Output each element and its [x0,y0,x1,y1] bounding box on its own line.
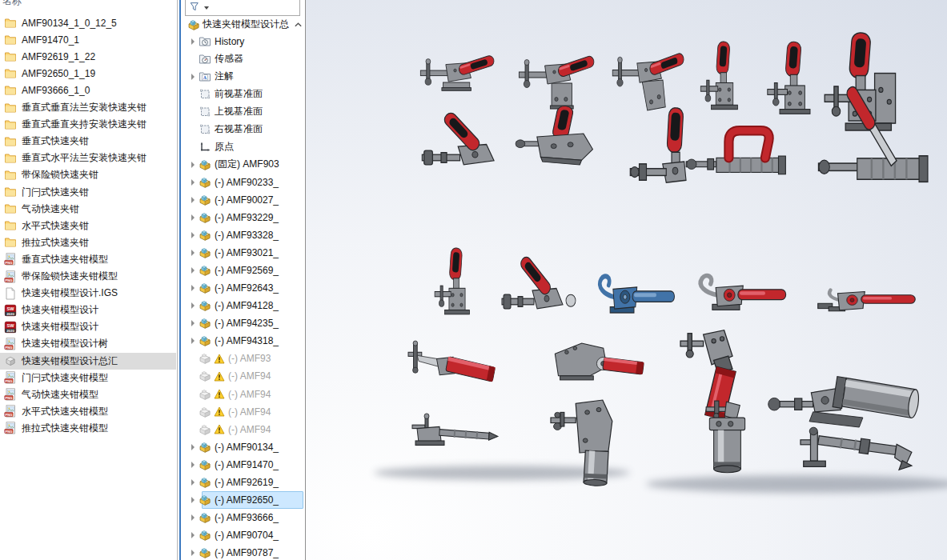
tree-item[interactable]: History [183,33,305,50]
tree-item[interactable]: 上视基准面 [183,103,305,120]
tree-item[interactable]: (固定) AMF903 [183,156,305,173]
file-row[interactable]: PNG推拉式快速夹钳模型 [0,420,176,437]
tree-root-item[interactable]: 快速夹钳模型设计总 [183,16,305,33]
clamp-model-21-smallh[interactable] [412,414,500,450]
clamp-model-18-heavy2[interactable] [548,339,648,384]
tree-item[interactable]: (-) AMF92643_ [183,280,305,297]
expand-arrow[interactable] [191,444,195,450]
file-row[interactable]: AMF91470_1 [0,32,176,49]
tree-item[interactable]: (-) AMF94235_ [183,315,305,332]
clamp-model-14-latch[interactable] [589,267,679,317]
tree-item[interactable]: (-) AMF93021_ [183,245,305,262]
graphics-viewport[interactable] [306,0,947,560]
expand-arrow[interactable] [191,214,195,221]
file-row[interactable]: 垂直式快速夹钳 [0,133,176,150]
file-row[interactable]: PNG水平式快速夹钳模型 [0,403,176,420]
expand-arrow[interactable] [191,462,195,468]
scroll-up-arrow-icon[interactable] [294,21,303,29]
file-row[interactable]: PNG垂直式快速夹钳模型 [0,251,176,268]
tree-item[interactable]: (-) AMF93328_ [183,227,305,244]
file-row[interactable]: PNG快速夹钳模型设计树 [0,335,176,352]
file-row[interactable]: 垂直式垂直法兰安装快速夹钳 [0,99,176,116]
clamp-model-13-pushpull[interactable] [500,256,580,317]
tree-item[interactable]: (-) AMF90134_ [183,438,305,455]
file-row[interactable]: PNG气动快速夹钳模型 [0,386,176,403]
expand-arrow[interactable] [191,285,195,291]
file-row[interactable]: PNG门闩式快速夹钳模型 [0,370,176,386]
file-row[interactable]: 带保险锁快速夹钳 [0,166,176,183]
tree-item[interactable]: (-) AMF91470_ [183,456,305,473]
expand-arrow[interactable] [191,232,195,238]
expand-arrow[interactable] [191,302,195,309]
tree-item[interactable]: (-) AMF93229_ [183,210,305,226]
clamp-model-1-horiz[interactable] [418,48,496,94]
filter-funnel-icon[interactable] [189,1,201,13]
clamp-model-12-vert[interactable] [432,246,482,318]
file-row[interactable]: AMF92650_1_19 [0,66,176,82]
file-row[interactable]: AMF93666_1_0 [0,82,176,99]
clamp-model-23-pneuv[interactable] [704,400,751,475]
file-row[interactable]: 推拉式快速夹钳 [0,234,176,251]
tree-item[interactable]: 传感器 [183,50,305,67]
clamp-model-24-longarm[interactable] [801,426,921,474]
tree-item[interactable]: (-) AMF94318_ [183,333,305,350]
tree-item[interactable]: (-) AMF94 [183,403,305,420]
file-row[interactable]: 垂直式水平法兰安装快速夹钳 [0,150,176,166]
file-row[interactable]: 快速夹钳模型设计.IGS [0,285,176,302]
tree-item[interactable]: (-) AMF94 [183,386,305,402]
expand-arrow[interactable] [191,74,195,80]
tree-item[interactable]: A注解 [183,68,305,85]
clamp-model-20-pneuh[interactable] [767,350,924,427]
expand-arrow[interactable] [191,267,195,274]
clamp-model-7-pushpull[interactable] [420,112,515,173]
expand-arrow[interactable] [191,532,195,538]
tree-item[interactable]: (-) AMF92569_ [183,262,305,279]
tree-item[interactable]: (-) AMF92619_ [183,474,305,490]
tree-item[interactable]: 原点 [183,138,305,155]
filter-dropdown-arrow[interactable] [204,6,209,10]
expand-arrow[interactable] [191,162,195,168]
expand-arrow[interactable] [191,338,195,344]
name-column-header[interactable]: 名称 [2,0,22,8]
tree-item[interactable]: (-) AMF93666_ [183,509,305,526]
file-row[interactable]: AMF92619_1_22 [0,49,176,66]
expand-arrow[interactable] [191,250,195,256]
file-row[interactable]: SW2020快速夹钳模型设计 [0,302,176,318]
file-row-selected[interactable]: 快速夹钳模型设计总汇 [0,353,176,370]
clamp-model-3-horiz[interactable] [610,45,686,112]
clamp-model-22-bigvert[interactable] [551,400,618,488]
file-row[interactable]: 门闩式快速夹钳 [0,184,176,201]
tree-item-selected[interactable]: (-) AMF92650_ [183,491,305,508]
expand-arrow[interactable] [191,479,195,486]
expand-arrow[interactable] [191,38,195,45]
tree-item[interactable]: (-) AMF90233_ [183,174,305,190]
expand-arrow[interactable] [191,550,195,556]
tree-item[interactable]: 右视基准面 [183,121,305,138]
tree-item[interactable]: (-) AMF94 [183,421,305,438]
file-row[interactable]: SW2020快速夹钳模型设计 [0,318,176,335]
clamp-model-8-vise[interactable] [515,106,608,166]
tree-item[interactable]: (-) AMF90704_ [183,526,305,543]
tree-item[interactable]: (-) AMF94128_ [183,298,305,314]
clamp-model-2-horiz[interactable] [516,48,596,112]
clamp-model-10-uhandle[interactable] [684,122,791,176]
clamp-model-17-redarm[interactable] [408,339,498,384]
expand-arrow[interactable] [191,320,195,326]
file-row[interactable]: 水平式快速夹钳 [0,218,176,234]
tree-item[interactable]: (-) AMF90787_ [183,544,305,560]
clamp-model-4-vert[interactable] [698,40,751,114]
expand-arrow[interactable] [191,179,195,186]
file-row[interactable]: PNG带保险锁快速夹钳模型 [0,268,176,285]
expand-arrow[interactable] [191,514,195,521]
file-row[interactable]: AMF90134_1_0_12_5 [0,15,176,32]
tree-item[interactable]: (-) AMF93 [183,350,305,367]
clamp-model-16-latch2[interactable] [813,282,921,315]
tree-item[interactable]: (-) AMF90027_ [183,191,305,208]
clamp-model-11-lever[interactable] [817,86,933,186]
expand-arrow[interactable] [191,197,195,203]
tree-item[interactable]: (-) AMF94 [183,368,305,385]
file-row[interactable]: 气动快速夹钳 [0,201,176,218]
expand-arrow[interactable] [191,497,195,503]
file-row[interactable]: 垂直式垂直夹持安装快速夹钳 [0,116,176,133]
filter-box[interactable] [185,0,300,16]
